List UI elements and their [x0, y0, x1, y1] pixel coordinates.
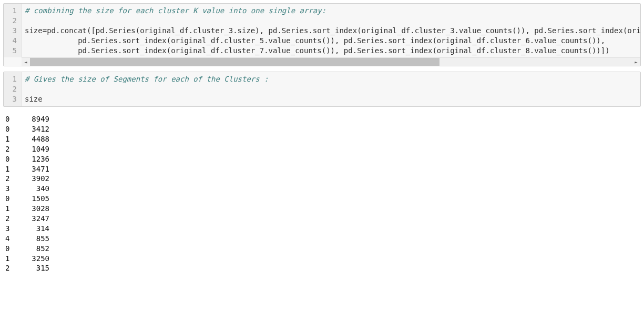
output-value: 3247 [13, 214, 49, 224]
output-index: 0 [5, 114, 13, 124]
line-gutter-1: 12345 [4, 4, 22, 57]
output-row: 3340 [5, 184, 641, 194]
output-index: 2 [5, 144, 13, 154]
output-index: 1 [5, 204, 13, 214]
output-value: 852 [13, 244, 49, 254]
code-line: # Gives the size of Segments for each of… [25, 74, 640, 84]
scroll-left-arrow-icon[interactable]: ◄ [22, 58, 30, 66]
line-number: 1 [6, 6, 17, 16]
code-lines-1[interactable]: # combining the size for each cluster K … [22, 4, 640, 57]
output-value: 1236 [13, 154, 49, 164]
output-value: 4488 [13, 134, 49, 144]
line-number: 3 [6, 94, 17, 104]
scrollbar-thumb[interactable] [30, 58, 439, 66]
code-line: pd.Series.sort_index(original_df.cluster… [25, 46, 640, 56]
output-row: 13250 [5, 254, 641, 264]
output-index: 2 [5, 214, 13, 224]
output-row: 13471 [5, 164, 641, 174]
output-value: 314 [13, 224, 49, 234]
output-value: 3471 [13, 164, 49, 174]
output-index: 3 [5, 224, 13, 234]
output-row: 4855 [5, 234, 641, 244]
output-value: 3028 [13, 204, 49, 214]
horizontal-scrollbar[interactable]: ◄ ► [22, 57, 640, 66]
output-row: 01236 [5, 154, 641, 164]
output-value: 8949 [13, 114, 49, 124]
output-row: 21049 [5, 144, 641, 154]
code-line: # combining the size for each cluster K … [25, 6, 640, 16]
output-value: 1505 [13, 194, 49, 204]
output-value: 1049 [13, 144, 49, 154]
output-row: 3314 [5, 224, 641, 234]
line-number: 3 [6, 26, 17, 36]
output-value: 340 [13, 184, 49, 194]
output-value: 3412 [13, 124, 49, 134]
output-index: 4 [5, 234, 13, 244]
line-number: 2 [6, 16, 17, 26]
output-index: 0 [5, 194, 13, 204]
output-row: 2315 [5, 263, 641, 273]
output-row: 23247 [5, 214, 641, 224]
output-area: 0894903412144882104901236134712390233400… [3, 112, 641, 275]
line-number: 1 [6, 74, 17, 84]
output-index: 2 [5, 263, 13, 273]
line-number: 5 [6, 46, 17, 56]
code-cell-2: 123 # Gives the size of Segments for eac… [3, 72, 641, 107]
output-index: 0 [5, 154, 13, 164]
code-line [25, 84, 640, 94]
output-index: 0 [5, 244, 13, 254]
scroll-right-arrow-icon[interactable]: ► [632, 58, 640, 66]
output-index: 0 [5, 124, 13, 134]
output-value: 3250 [13, 254, 49, 264]
output-row: 23902 [5, 174, 641, 184]
code-line: size=pd.concat([pd.Series(original_df.cl… [25, 26, 640, 36]
line-number: 4 [6, 36, 17, 46]
output-value: 855 [13, 234, 49, 244]
output-row: 13028 [5, 204, 641, 214]
output-value: 315 [13, 263, 49, 273]
output-row: 03412 [5, 124, 641, 134]
output-index: 2 [5, 174, 13, 184]
output-index: 1 [5, 254, 13, 264]
code-body-1: 12345 # combining the size for each clus… [4, 4, 640, 57]
code-line: pd.Series.sort_index(original_df.cluster… [25, 36, 640, 46]
output-value: 3902 [13, 174, 49, 184]
output-index: 1 [5, 134, 13, 144]
output-row: 0852 [5, 244, 641, 254]
code-cell-1: 12345 # combining the size for each clus… [3, 3, 641, 66]
code-line [25, 16, 640, 26]
output-index: 1 [5, 164, 13, 174]
scrollbar-track[interactable] [30, 58, 632, 66]
line-gutter-2: 123 [4, 72, 22, 106]
code-lines-2[interactable]: # Gives the size of Segments for each of… [22, 72, 640, 106]
line-number: 2 [6, 84, 17, 94]
code-body-2: 123 # Gives the size of Segments for eac… [4, 72, 640, 106]
code-line: size [25, 94, 640, 104]
output-row: 14488 [5, 134, 641, 144]
output-row: 08949 [5, 114, 641, 124]
output-index: 3 [5, 184, 13, 194]
output-row: 01505 [5, 194, 641, 204]
